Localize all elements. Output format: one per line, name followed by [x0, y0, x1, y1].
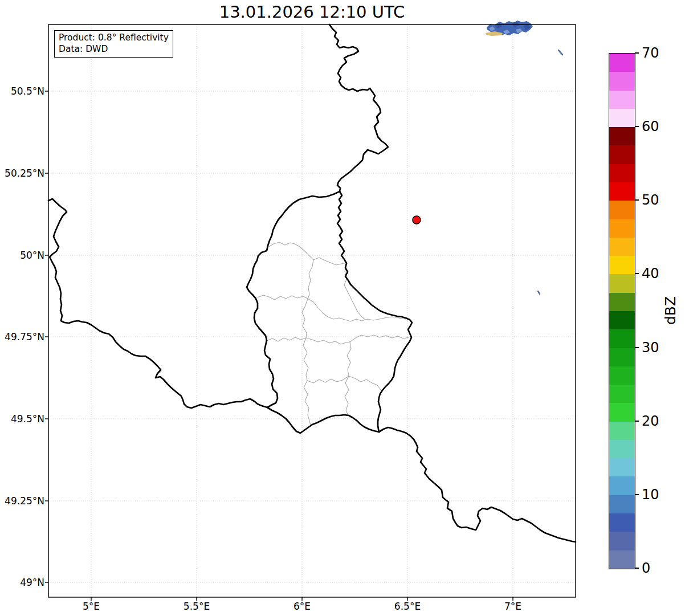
x-tick-label: 5°E [66, 600, 117, 613]
country-border [379, 427, 576, 542]
radar-echo-speck [558, 50, 562, 55]
radar-echo-speck [538, 291, 540, 294]
radar-site-marker [413, 216, 421, 224]
colorbar-segment [609, 495, 635, 513]
axes-spines [48, 25, 576, 597]
colorbar-segment [609, 311, 635, 329]
canton-border [344, 264, 365, 320]
canton-border [307, 376, 349, 383]
colorbar-tick-mark [635, 347, 639, 348]
colorbar-segment [609, 458, 635, 476]
product-annotation-box: Product: 0.8° Reflectivity Data: DWD [54, 30, 173, 58]
y-tick-label: 49.75°N [0, 331, 44, 343]
canton-border [304, 381, 311, 425]
colorbar-segment [609, 550, 635, 569]
colorbar-segment [609, 91, 635, 109]
colorbar-tick-mark [635, 568, 639, 569]
colorbar-tick-mark [635, 494, 639, 495]
canton-border [258, 295, 308, 300]
colorbar-tick-label: 50 [642, 191, 682, 209]
colorbar-tick-mark [635, 273, 639, 274]
plot-title: 13.01.2026 12:10 UTC [48, 2, 576, 22]
colorbar-label: dBZ [663, 276, 679, 345]
colorbar-segment [609, 127, 635, 145]
product-label: Product: 0.8° Reflectivity [59, 32, 169, 43]
x-tick-label: 6.5°E [382, 600, 433, 613]
canton-border [308, 299, 406, 321]
colorbar-segment [609, 403, 635, 421]
country-border [247, 191, 379, 433]
data-source-label: Data: DWD [59, 43, 169, 55]
colorbar-segment [609, 440, 635, 458]
colorbar-segment [609, 182, 635, 201]
colorbar-tick-label: 70 [642, 44, 682, 62]
radar-echo [489, 26, 495, 31]
colorbar-segment [609, 145, 635, 164]
colorbar-segment [609, 72, 635, 90]
colorbar-segment [609, 329, 635, 348]
radar-echo [503, 30, 510, 34]
colorbar-tick-label: 0 [642, 560, 682, 577]
colorbar-tick-mark [635, 126, 639, 127]
colorbar-segment [609, 256, 635, 274]
radar-echo [524, 25, 531, 30]
colorbar-segment [609, 109, 635, 127]
colorbar [609, 53, 635, 569]
radar-echo [487, 21, 533, 35]
canton-border [347, 342, 351, 376]
colorbar-segment [609, 274, 635, 292]
map-plot-area [0, 0, 685, 616]
y-tick-label: 49.25°N [0, 495, 44, 507]
canton-border [303, 338, 308, 381]
colorbar-tick-label: 20 [642, 413, 682, 430]
y-tick-label: 50°N [0, 249, 44, 262]
x-tick-label: 5.5°E [171, 600, 222, 613]
y-tick-label: 50.25°N [0, 167, 44, 180]
canton-border [302, 299, 308, 338]
radar-echo [512, 22, 520, 27]
y-tick-label: 49.5°N [0, 413, 44, 425]
colorbar-segment [609, 513, 635, 532]
colorbar-segment [609, 54, 635, 72]
country-border [329, 25, 388, 191]
y-tick-label: 49°N [0, 576, 44, 589]
colorbar-tick-mark [635, 199, 639, 201]
colorbar-segment [609, 348, 635, 366]
colorbar-segment [609, 366, 635, 385]
radar-echo [516, 28, 523, 33]
radar-echo [495, 23, 503, 28]
colorbar-tick-mark [635, 421, 639, 422]
radar-map-figure: 13.01.2026 12:10 UTC Product: 0.8° Refle… [0, 0, 685, 616]
canton-border [267, 337, 306, 341]
colorbar-segment [609, 164, 635, 182]
y-tick-label: 50.5°N [0, 85, 44, 97]
colorbar-tick-label: 10 [642, 486, 682, 503]
canton-border [350, 335, 409, 342]
colorbar-tick-mark [635, 52, 639, 54]
colorbar-tick-label: 60 [642, 118, 682, 135]
canton-border [268, 242, 313, 260]
colorbar-segment [609, 476, 635, 495]
colorbar-segment [609, 293, 635, 311]
colorbar-segment [609, 219, 635, 238]
country-border [337, 191, 412, 432]
canton-border [308, 260, 313, 299]
radar-echo [486, 31, 503, 36]
colorbar-segment [609, 238, 635, 256]
colorbar-segment [609, 385, 635, 403]
canton-border [349, 376, 381, 390]
colorbar-segment [609, 422, 635, 440]
colorbar-segment [609, 532, 635, 550]
canton-border [306, 338, 350, 344]
canton-border [345, 376, 349, 415]
country-border [48, 199, 267, 408]
x-tick-label: 7°E [487, 600, 539, 613]
canton-border [313, 258, 344, 265]
colorbar-segment [609, 201, 635, 219]
x-tick-label: 6°E [276, 600, 328, 613]
